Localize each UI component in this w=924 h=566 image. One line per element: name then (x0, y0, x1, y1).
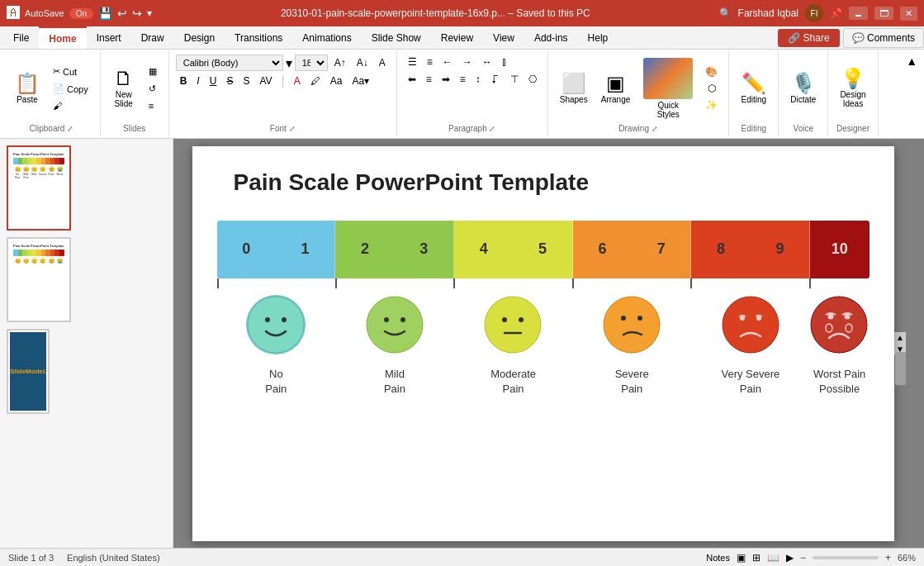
tab-file[interactable]: File (3, 26, 39, 49)
cut-button[interactable]: ✂ Cut (48, 64, 93, 79)
slides-label: Slides (123, 122, 145, 133)
shape-outline-button[interactable]: ⬡ (701, 81, 722, 96)
font-family-selector[interactable]: Calibri (Body) (176, 55, 283, 71)
undo-icon[interactable]: ↩ (117, 7, 127, 20)
scrollbar-thumb[interactable] (895, 352, 906, 385)
new-slide-button[interactable]: 🗋 NewSlide (107, 65, 140, 112)
thumb-1-title: Pain Scale PowerPoint Template (13, 152, 64, 156)
face-cell-2 (335, 295, 454, 354)
redo-icon[interactable]: ↪ (132, 7, 142, 20)
quick-styles-button[interactable]: QuickStyles (638, 55, 698, 122)
design-ideas-button[interactable]: 💡 DesignIdeas (835, 65, 870, 112)
tab-transitions[interactable]: Transitions (225, 26, 292, 49)
zoom-slider[interactable] (813, 556, 879, 559)
convert-smartart-button[interactable]: ⎔ (524, 72, 541, 87)
tab-slideshow[interactable]: Slide Show (362, 26, 431, 49)
group-drawing: ⬜ Shapes ▣ Arrange QuickStyles 🎨 ⬡ ✨ Dra… (548, 51, 730, 136)
svg-point-0 (248, 297, 304, 353)
label-very-severe-pain: Very SeverePain (691, 366, 810, 397)
font-color-button[interactable]: A (290, 74, 305, 88)
line-spacing-button[interactable]: ↕ (471, 72, 485, 87)
align-right-button[interactable]: ➡ (438, 72, 454, 87)
paste-button[interactable]: 📋 Paste (10, 70, 45, 107)
editing-button[interactable]: ✏️ Editing (736, 70, 771, 107)
thumb-2-faces: 😊 😊 😐 😟 😢 😭 (13, 258, 64, 264)
justify-button[interactable]: ≡ (456, 72, 470, 87)
align-center-button[interactable]: ≡ (422, 72, 436, 87)
underline-button[interactable]: U (206, 74, 221, 88)
tab-help[interactable]: Help (578, 26, 618, 49)
reading-view-button[interactable]: 📖 (767, 552, 779, 564)
label-moderate-pain: ModeratePain (454, 366, 573, 397)
tab-addins[interactable]: Add-ins (524, 26, 578, 49)
autosave-toggle[interactable]: On (69, 8, 93, 19)
shape-effects-button[interactable]: ✨ (701, 98, 722, 112)
minimize-btn[interactable]: 🗕 (849, 7, 868, 20)
status-bar: Slide 1 of 3 English (United States) Not… (0, 548, 924, 566)
shapes-button[interactable]: ⬜ Shapes (555, 70, 593, 107)
tab-view[interactable]: View (483, 26, 524, 49)
slide-thumb-2[interactable]: Pain Scale PowerPoint Template (7, 237, 71, 322)
case-button[interactable]: Aa▾ (348, 74, 373, 88)
svg-point-16 (811, 297, 867, 353)
slideshow-button[interactable]: ▶ (786, 552, 794, 564)
font-size-selector[interactable]: 18 (295, 55, 328, 71)
ribbon-collapse-button[interactable]: ▲ (906, 55, 917, 68)
strikethrough-button[interactable]: S (222, 74, 237, 88)
arrange-button[interactable]: ▣ Arrange (596, 70, 636, 107)
slide-thumb-3[interactable]: SlideModel. (7, 329, 50, 414)
comments-button[interactable]: 💬 Comments (843, 28, 924, 48)
font-decrease-button[interactable]: A↓ (353, 55, 372, 70)
indent-inc-button[interactable]: → (458, 55, 476, 69)
shadow-button[interactable]: S (239, 74, 254, 88)
slide-thumb-1[interactable]: Pain Scale PowerPoint Template (7, 145, 71, 231)
bold-button[interactable]: B (176, 74, 192, 88)
layout-button[interactable]: ▦ (144, 64, 162, 79)
columns-button[interactable]: ⫿ (498, 55, 511, 69)
tab-insert[interactable]: Insert (87, 26, 131, 49)
font-size-label-button[interactable]: Aa (326, 74, 347, 88)
ribbon-display-icon[interactable]: 📌 (830, 7, 842, 19)
face-cell-0 (217, 295, 336, 354)
close-btn[interactable]: ✕ (900, 7, 917, 21)
group-paragraph: ☰ ≡ ← → ↔ ⫿ ⬅ ≡ ➡ ≡ ↕ ⮦ ⊤ ⎔ Pa (397, 51, 548, 136)
normal-view-button[interactable]: ▣ (737, 552, 746, 564)
align-left-button[interactable]: ⬅ (404, 72, 420, 87)
bullet-list-button[interactable]: ☰ (404, 55, 421, 69)
tab-animations[interactable]: Animations (292, 26, 361, 49)
font-increase-button[interactable]: A↑ (330, 55, 350, 70)
user-avatar: FI (805, 4, 823, 22)
label-very-severe-pain-text: Very SeverePain (721, 368, 779, 396)
zoom-out-icon[interactable]: − (800, 552, 806, 564)
section-button[interactable]: ≡ (144, 98, 162, 113)
zoom-in-icon[interactable]: + (885, 552, 891, 564)
text-direction-button[interactable]: ⮦ (486, 72, 505, 87)
tab-review[interactable]: Review (431, 26, 483, 49)
copy-button[interactable]: 📄 Copy (48, 81, 93, 97)
rtl-button[interactable]: ↔ (478, 55, 496, 69)
indent-dec-button[interactable]: ← (438, 55, 457, 69)
text-highlight-button[interactable]: 🖊 (306, 74, 325, 88)
search-icon[interactable]: 🔍 (719, 7, 732, 19)
shape-fill-button[interactable]: 🎨 (701, 64, 722, 79)
tab-draw[interactable]: Draw (131, 26, 174, 49)
align-text-button[interactable]: ⊤ (506, 72, 523, 87)
share-button[interactable]: 🔗 Share (778, 29, 839, 47)
maximize-btn[interactable]: 🗖 (874, 7, 893, 20)
numbered-list-button[interactable]: ≡ (423, 55, 437, 69)
clear-format-button[interactable]: A (375, 55, 390, 70)
scroll-up-btn[interactable]: ▲ (895, 332, 906, 344)
reset-button[interactable]: ↺ (144, 81, 162, 97)
notes-button[interactable]: Notes (706, 553, 730, 563)
slide-sorter-button[interactable]: ⊞ (752, 552, 761, 564)
slide-canvas[interactable]: Pain Scale PowerPoint Template 0 1 2 3 (192, 146, 894, 541)
save-icon[interactable]: 💾 (98, 7, 112, 20)
ribbon-content: 📋 Paste ✂ Cut 📄 Copy 🖌 Clipboard ⤢ 🗋 New… (0, 50, 924, 138)
format-painter-button[interactable]: 🖌 (48, 98, 93, 113)
tab-design[interactable]: Design (174, 26, 225, 49)
italic-button[interactable]: I (192, 74, 203, 88)
char-spacing-button[interactable]: AV (255, 74, 276, 88)
vertical-scrollbar[interactable]: ▲ ▼ (894, 332, 906, 355)
dictate-button[interactable]: 🎙️ Dictate (785, 70, 821, 107)
tab-home[interactable]: Home (39, 26, 86, 49)
